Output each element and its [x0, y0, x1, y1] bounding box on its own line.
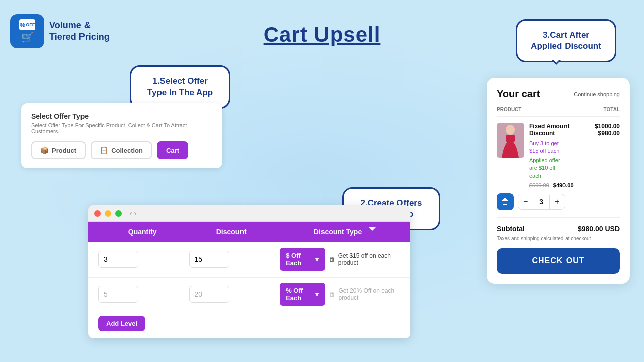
delete-button[interactable]: 🗑	[497, 193, 514, 210]
cart-columns: PRODUCT TOTAL	[497, 107, 620, 117]
logo-text: Volume &Tiered Pricing	[49, 20, 110, 43]
col-total-label: TOTAL	[604, 107, 620, 112]
col-quantity: Quantity	[98, 228, 187, 236]
continue-shopping-link[interactable]: Continue shopping	[574, 91, 620, 97]
cart-header: Your cart Continue shopping	[497, 88, 620, 100]
trash-icon-1[interactable]: 🗑	[329, 256, 335, 263]
taxes-note: Taxes and shipping calculated at checkou…	[497, 236, 620, 241]
cart-title: Your cart	[497, 88, 540, 100]
bubble1-text: 1.Select OfferType In The App	[142, 76, 218, 98]
svg-point-1	[506, 125, 515, 135]
speech-bubble-select-offer: 1.Select OfferType In The App	[130, 65, 230, 109]
logo-icon: % OFF 🛒	[10, 14, 44, 48]
nav-arrows: ‹ ›	[130, 209, 136, 217]
window-titlebar: ‹ ›	[88, 205, 410, 222]
cart-item: Fixed Amount Discount $1000.00 $980.00 B…	[497, 123, 620, 188]
product-name: Fixed Amount Discount	[529, 123, 570, 137]
discount-input-1[interactable]	[189, 251, 229, 268]
offer-row-1: $ Off Each ▾ 🗑 Get $15 off on each produ…	[88, 242, 410, 278]
product-image	[497, 123, 524, 158]
bubble3-text: 3.Cart AfterApplied Discount	[528, 30, 604, 52]
cart-panel: Your cart Continue shopping PRODUCT TOTA…	[487, 78, 630, 284]
quantity-input-2[interactable]	[98, 286, 138, 303]
dot-red[interactable]	[94, 210, 101, 217]
offer-type-box: Select Offer Type Select Offer Type For …	[21, 103, 222, 168]
applied-offer-text: Applied offerare $10 offeach	[529, 157, 620, 180]
subtotal-value: $980.00 USD	[578, 225, 620, 233]
price-discounted: $980.00	[595, 130, 620, 137]
quantity-control: − 3 +	[518, 194, 565, 210]
qty-plus-button[interactable]: +	[550, 194, 565, 209]
table-header: Quantity Discount Discount Type	[88, 222, 410, 242]
quantity-input-1[interactable]	[98, 251, 138, 268]
dropdown-arrow-1: ▾	[315, 256, 319, 263]
svg-rect-2	[506, 135, 515, 142]
divider	[497, 217, 620, 218]
dot-yellow[interactable]	[105, 210, 111, 217]
price-final: $490.00	[553, 182, 574, 188]
discount-input-2[interactable]	[189, 286, 229, 303]
offer-btn-cart[interactable]: Cart	[157, 141, 188, 159]
offer-type-title: Select Offer Type	[31, 112, 212, 120]
price-strikethrough: $500.00	[529, 182, 549, 188]
offer-btn-product[interactable]: 📦 Product	[31, 141, 86, 159]
col-product-label: PRODUCT	[497, 107, 521, 112]
qty-minus-button[interactable]: −	[518, 194, 533, 209]
offer-type-desc: Select Offer Type For Specific Product, …	[31, 122, 212, 134]
col-discount-type: Discount Type	[276, 228, 400, 236]
row1-desc: 🗑 Get $15 off on each product	[329, 252, 400, 266]
row2-desc: 🗑 Get 20% Off on each product	[329, 287, 400, 301]
cart-icon: 🛒	[21, 31, 34, 43]
offers-window: ‹ › Quantity Discount Discount Type $ Of…	[88, 205, 410, 338]
subtotal-label: Subtotal	[497, 225, 525, 233]
trash-icon-2[interactable]: 🗑	[329, 291, 335, 298]
logo-area: % OFF 🛒 Volume &Tiered Pricing	[10, 14, 110, 48]
qty-value: 3	[533, 195, 550, 209]
discount-type-select-2[interactable]: % Off Each ▾	[280, 283, 325, 306]
dropdown-arrow-2: ▾	[315, 291, 319, 298]
subtotal-row: Subtotal $980.00 USD	[497, 225, 620, 233]
page-title: Cart Upsell	[264, 23, 381, 47]
offer-row-2: % Off Each ▾ 🗑 Get 20% Off on each produ…	[88, 278, 410, 311]
col-discount: Discount	[187, 228, 275, 236]
product-details: Fixed Amount Discount $1000.00 $980.00 B…	[529, 123, 620, 188]
offer-type-buttons: 📦 Product 📋 Collection Cart	[31, 141, 212, 159]
quantity-row: 🗑 − 3 +	[497, 193, 620, 210]
percent-badge: % OFF	[19, 19, 35, 30]
discount-type-select-1[interactable]: $ Off Each ▾	[280, 248, 325, 271]
main-container: % OFF 🛒 Volume &Tiered Pricing Cart Upse…	[0, 0, 644, 362]
price-original: $1000.00	[595, 123, 620, 130]
dot-green[interactable]	[115, 210, 122, 217]
product-icon: 📦	[40, 146, 49, 154]
promo-text: Buy 3 to get$15 off each	[529, 140, 620, 155]
collection-icon: 📋	[100, 146, 108, 154]
checkout-button[interactable]: CHECK OUT	[497, 248, 620, 274]
speech-bubble-cart-after: 3.Cart AfterApplied Discount	[516, 19, 616, 62]
offer-btn-collection[interactable]: 📋 Collection	[91, 141, 152, 159]
add-level-button[interactable]: Add Level	[98, 316, 145, 331]
